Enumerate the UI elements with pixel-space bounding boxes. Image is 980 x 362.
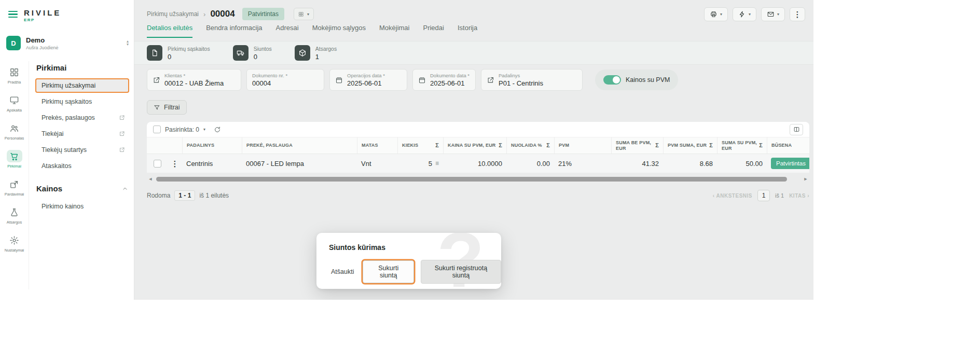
field-operacijos-data[interactable]: Operacijos data * 2025-06-01 xyxy=(329,69,407,91)
sidebar-item-pirkimu-uzsakymai[interactable]: Pirkimų užsakymai xyxy=(35,78,129,93)
tab-mokejimai[interactable]: Mokėjimai xyxy=(379,24,410,38)
email-button[interactable]: ▾ xyxy=(761,7,785,21)
sum-icon[interactable]: Σ xyxy=(757,142,763,149)
toggle-switch[interactable] xyxy=(603,75,621,85)
tab-priedai[interactable]: Priedai xyxy=(423,24,444,38)
tab-detalios-eilutes[interactable]: Detalios eilutės xyxy=(147,24,192,38)
inventory-flask-icon xyxy=(7,206,22,218)
brand-logo: RIVILE ERP xyxy=(8,8,61,22)
sum-icon[interactable]: Σ xyxy=(496,142,502,149)
submenu: Pirkimai Pirkimų užsakymai Pirkimų sąska… xyxy=(29,60,134,215)
column-chooser-icon[interactable] xyxy=(790,124,803,135)
col-preke-paslauga[interactable]: PREKĖ, PASLAUGA xyxy=(242,137,357,154)
account-name: Demo xyxy=(26,36,59,44)
cancel-button[interactable]: Atšaukti xyxy=(329,264,356,280)
tab-adresai[interactable]: Adresai xyxy=(276,24,299,38)
sidebar-item-tiekeju-sutartys[interactable]: Tiekėjų sutartys xyxy=(35,143,129,157)
col-busena[interactable]: BŪSENA xyxy=(767,137,809,154)
create-shipment-button[interactable]: Sukurti siuntą xyxy=(363,260,413,283)
sidebar-item-pirkimu-saskaitos[interactable]: Pirkimų sąskaitos xyxy=(35,94,129,109)
nav-rail-pradzia[interactable]: Pradžia xyxy=(0,61,29,89)
nav-rail-apskaita[interactable]: Apskaita xyxy=(0,89,29,117)
table-toolbar: Pasirinkta: 0 ▾ xyxy=(147,122,809,137)
brand-sub: ERP xyxy=(24,18,61,22)
nav-rail-pirkimai[interactable]: Pirkimai xyxy=(0,145,29,173)
tab-mokejimo-salygos[interactable]: Mokėjimo sąlygos xyxy=(312,24,366,38)
nav-rail-pardavimai[interactable]: Pardavimai xyxy=(0,173,29,201)
col-kaina-su-pvm[interactable]: KAINA SU PVM, EURΣ xyxy=(443,137,506,154)
field-padalinys[interactable]: Padalinys P01 - Centrinis xyxy=(481,69,583,91)
stat-siuntos[interactable]: Siuntos 0 xyxy=(233,45,272,61)
table-row[interactable]: ⋮ Centrinis 00067 - LED lempa Vnt 5≡ 10.… xyxy=(147,154,809,173)
stat-pirkimu-saskaitos[interactable]: Pirkimų sąskaitos 0 xyxy=(147,45,210,61)
sum-icon[interactable]: Σ xyxy=(653,142,659,149)
submenu-section-kainos[interactable]: Kainos xyxy=(35,175,129,199)
quick-actions-button[interactable]: ▾ xyxy=(733,7,756,21)
sum-icon[interactable]: Σ xyxy=(433,142,439,149)
horizontal-scroll: ◄ ► xyxy=(147,176,809,182)
chevron-down-icon[interactable]: ▾ xyxy=(203,127,205,132)
row-checkbox[interactable] xyxy=(154,160,161,168)
account-switcher[interactable]: D Demo Aušra Juodienė ▴▾ xyxy=(6,31,129,55)
calendar-icon xyxy=(335,76,343,84)
col-padalinys[interactable]: PADALINYS xyxy=(182,137,242,154)
sidebar-item-tiekejai[interactable]: Tiekėjai xyxy=(35,127,129,141)
table-header: PADALINYS PREKĖ, PASLAUGA MATAS KIEKISΣ … xyxy=(147,137,809,154)
col-matas[interactable]: MATAS xyxy=(357,137,397,154)
sidebar-item-ataskaitos[interactable]: Ataskaitos xyxy=(35,159,129,173)
status-view-selector[interactable]: ▾ xyxy=(294,8,314,20)
nav-rail-nustatymai[interactable]: Nustatymai xyxy=(0,229,29,257)
refresh-icon[interactable] xyxy=(214,126,221,133)
cell-suma-su-pvm: 50.00 xyxy=(717,160,767,168)
col-suma-su-pvm[interactable]: SUMA SU PVM, EURΣ xyxy=(717,137,767,154)
field-klientas[interactable]: Klientas * 00012 - UAB Žiema xyxy=(147,69,241,91)
tab-istorija[interactable]: Istorija xyxy=(458,24,477,38)
truck-icon xyxy=(233,45,249,61)
create-registered-shipment-button[interactable]: Sukurti registruotą siuntą xyxy=(421,260,501,284)
external-link-icon xyxy=(487,76,494,84)
row-lines-icon[interactable]: ≡ xyxy=(435,160,439,167)
external-link-icon xyxy=(119,147,125,153)
sidebar-item-pirkimo-kainos[interactable]: Pirkimo kainos xyxy=(35,199,129,214)
cell-kaina: 10.0000 xyxy=(443,160,506,168)
field-dokumento-nr[interactable]: Dokumento nr. * 00004 xyxy=(246,69,324,91)
col-pvm-suma[interactable]: PVM SUMA, EURΣ xyxy=(663,137,717,154)
field-dokumento-data[interactable]: Dokumento data * 2025-06-01 xyxy=(412,69,476,91)
col-kiekis[interactable]: KIEKISΣ xyxy=(397,137,443,154)
current-page[interactable]: 1 xyxy=(757,190,770,201)
nav-rail-personalas[interactable]: Personalas xyxy=(0,117,29,145)
next-page-button[interactable]: KITAS › xyxy=(789,193,809,199)
gear-icon xyxy=(7,234,22,246)
submenu-section-pirkimai: Pirkimai xyxy=(35,60,129,78)
sidebar-item-prekes-paslaugos[interactable]: Prekės, paslaugos xyxy=(35,110,129,125)
select-all-checkbox[interactable] xyxy=(153,126,161,133)
tab-bendra-informacija[interactable]: Bendra informacija xyxy=(206,24,262,38)
horizontal-scrollbar[interactable] xyxy=(156,177,787,182)
sum-icon[interactable]: Σ xyxy=(544,142,550,149)
chevron-down-icon: ▾ xyxy=(749,12,751,17)
nav-rail-atsargos[interactable]: Atsargos xyxy=(0,201,29,229)
scroll-left-icon[interactable]: ◄ xyxy=(147,176,154,182)
row-menu-icon[interactable]: ⋮ xyxy=(171,160,179,168)
stat-atsargos[interactable]: Atsargos 1 xyxy=(295,45,337,61)
toggle-kainos-su-pvm[interactable]: Kainos su PVM xyxy=(595,69,678,90)
scroll-right-icon[interactable]: ► xyxy=(802,176,809,182)
breadcrumb[interactable]: Pirkimų užsakymai xyxy=(147,10,199,18)
more-menu-button[interactable]: ⋮ xyxy=(790,7,805,21)
filters-button[interactable]: Filtrai xyxy=(147,100,187,115)
col-suma-be-pvm[interactable]: SUMA BE PVM, EURΣ xyxy=(611,137,663,154)
sidebar: RIVILE ERP D Demo Aušra Juodienė ▴▾ Prad… xyxy=(0,0,134,300)
prev-page-button[interactable]: ‹ ANKSTESNIS xyxy=(713,193,752,199)
cell-suma-be-pvm: 41.32 xyxy=(611,160,663,168)
chevron-down-icon: ▾ xyxy=(777,12,779,17)
pagination: Rodoma 1 - 1 iš 1 eilutės ‹ ANKSTESNIS 1… xyxy=(147,190,809,201)
col-nuolaida[interactable]: NUOLAIDA %Σ xyxy=(506,137,554,154)
pagination-prefix: Rodoma xyxy=(147,192,170,199)
selected-count[interactable]: Pasirinkta: 0 xyxy=(165,126,199,133)
cell-pvm-suma: 8.68 xyxy=(663,160,717,168)
sum-icon[interactable]: Σ xyxy=(707,142,713,149)
cell-kiekis: 5≡ xyxy=(397,160,443,168)
print-button[interactable]: ▾ xyxy=(704,7,728,21)
col-pvm[interactable]: PVM xyxy=(554,137,611,154)
menu-toggle-icon[interactable] xyxy=(8,8,18,19)
